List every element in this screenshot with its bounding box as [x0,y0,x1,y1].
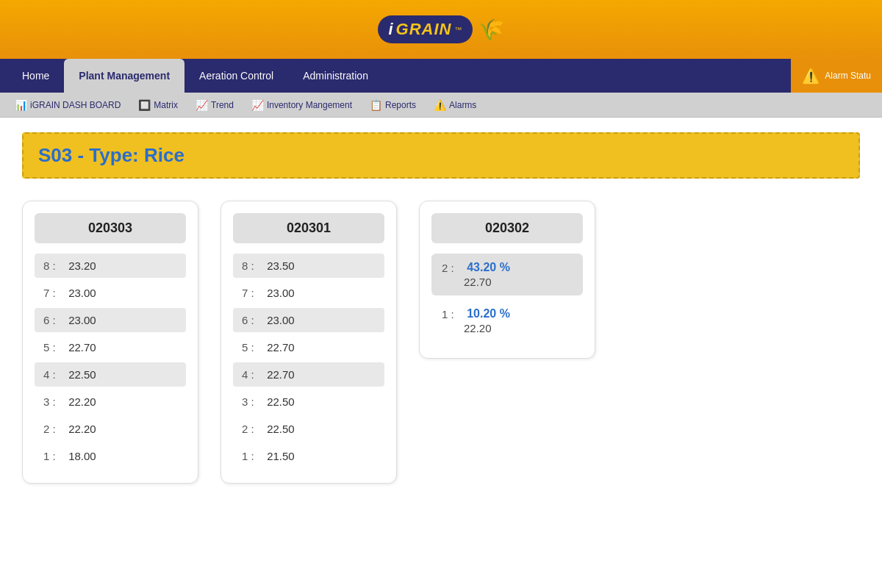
row-value: 22.50 [68,368,96,381]
row-label: 6 : [43,314,65,326]
row-value: 23.00 [267,287,295,299]
table-row: 7 : 23.00 [233,281,384,305]
inventory-icon: 📈 [251,99,264,111]
row-value: 22.50 [267,423,295,435]
logo-badge: i GRAIN ™ [378,15,472,43]
main-content: S03 - Type: Rice 0203038 : 23.207 : 23.0… [0,118,882,588]
nav-aeration-control[interactable]: Aeration Control [184,59,288,93]
logo-i-text: i [388,20,392,39]
pct-top: 2 : 43.20 % [442,261,573,274]
table-row: 7 : 23.00 [35,281,186,305]
table-row: 5 : 22.70 [233,335,384,359]
row-label: 3 : [43,395,65,408]
subnav-trend-label: Trend [211,100,234,110]
card-020301: 0203018 : 23.507 : 23.006 : 23.005 : 22.… [220,201,397,484]
table-row: 8 : 23.20 [35,254,186,278]
row-label: 6 : [242,314,264,326]
cards-grid: 0203038 : 23.207 : 23.006 : 23.005 : 22.… [22,201,860,484]
row-label: 4 : [242,368,264,381]
matrix-icon: 🔲 [138,99,151,111]
row-label: 1 : [242,450,264,462]
alarm-label: Alarm Statu [825,71,871,81]
logo-container: i GRAIN ™ 🌾 [378,15,503,43]
subnav-matrix[interactable]: 🔲 Matrix [131,96,185,114]
nav-plant-management[interactable]: Plant Management [64,59,184,93]
row-value: 22.70 [267,341,295,354]
card-header-020303: 020303 [35,213,186,243]
row-label: 5 : [242,341,264,354]
row-label: 5 : [43,341,65,354]
row-value: 23.00 [267,314,295,326]
subnav-alarms[interactable]: ⚠️ Alarms [426,96,484,114]
subnav: 📊 iGRAIN DASH BOARD 🔲 Matrix 📈 Trend 📈 I… [0,93,882,118]
row-value: 23.00 [68,314,96,326]
alarms-icon: ⚠️ [434,99,446,111]
row-value: 21.50 [267,450,295,462]
row-label: 8 : [43,259,65,272]
row-label: 1 : [442,308,464,320]
row-value: 22.70 [68,341,96,354]
pct-value: 43.20 % [467,261,510,274]
header: i GRAIN ™ 🌾 [0,0,882,59]
nav-administration[interactable]: Administration [288,59,383,93]
row-label: 7 : [242,287,264,299]
alarm-status[interactable]: ⚠️ Alarm Statu [791,59,882,93]
subnav-alarms-label: Alarms [449,100,476,110]
logo-trademark: ™ [455,26,462,34]
subnav-reports-label: Reports [385,100,416,110]
table-row: 6 : 23.00 [233,308,384,332]
table-row: 3 : 22.50 [233,390,384,414]
table-row: 5 : 22.70 [35,335,186,359]
pct-bottom: 22.70 [442,276,573,288]
table-row: 8 : 23.50 [233,254,384,278]
pct-value: 10.20 % [467,307,510,320]
table-row: 4 : 22.70 [233,362,384,387]
card-header-020302: 020302 [431,213,583,243]
card-020303: 0203038 : 23.207 : 23.006 : 23.005 : 22.… [22,201,198,484]
pct-bottom: 22.20 [442,322,573,334]
subnav-dashboard-label: iGRAIN DASH BOARD [30,100,121,110]
row-value: 22.20 [68,423,96,435]
trend-icon: 📈 [196,99,208,111]
table-row: 2 : 22.20 [35,417,186,441]
table-row: 4 : 22.50 [35,362,186,387]
table-row: 1 : 21.50 [233,444,384,468]
row-label: 2 : [242,423,264,435]
subnav-matrix-label: Matrix [154,100,178,110]
title-bar: S03 - Type: Rice [22,132,860,179]
navbar: Home Plant Management Aeration Control A… [0,59,882,93]
row-label: 7 : [43,287,65,299]
row-value: 22.70 [267,368,295,381]
row-label: 2 : [43,423,65,435]
logo-grain-text: GRAIN [396,20,452,39]
subnav-dashboard[interactable]: 📊 iGRAIN DASH BOARD [7,96,128,114]
table-row: 6 : 23.00 [35,308,186,332]
row-label: 2 : [442,262,464,274]
page-title: S03 - Type: Rice [38,144,844,167]
row-value: 22.50 [267,395,295,408]
subnav-inventory[interactable]: 📈 Inventory Mangement [244,96,359,114]
pct-top: 1 : 10.20 % [442,307,573,320]
dashboard-icon: 📊 [15,99,27,111]
table-row: 3 : 22.20 [35,390,186,414]
card-header-020301: 020301 [233,213,384,243]
row-label: 8 : [242,259,264,272]
subnav-inventory-label: Inventory Mangement [267,100,352,110]
card-020302: 020302 2 : 43.20 % 22.70 1 : 10.20 % 22.… [419,201,595,359]
nav-home[interactable]: Home [7,59,64,93]
row-value: 23.20 [68,259,96,272]
row-value: 23.00 [68,287,96,299]
row-value: 22.20 [68,395,96,408]
table-row: 1 : 18.00 [35,444,186,468]
subnav-reports[interactable]: 📋 Reports [362,96,423,114]
row-label: 3 : [242,395,264,408]
row-label: 1 : [43,450,65,462]
table-row: 2 : 43.20 % 22.70 [431,254,583,295]
reports-icon: 📋 [370,99,382,111]
table-row: 2 : 22.50 [233,417,384,441]
alarm-icon: ⚠️ [802,67,820,85]
logo-wheat-icon: 🌾 [478,18,504,42]
row-value: 18.00 [68,450,96,462]
row-label: 4 : [43,368,65,381]
subnav-trend[interactable]: 📈 Trend [188,96,241,114]
